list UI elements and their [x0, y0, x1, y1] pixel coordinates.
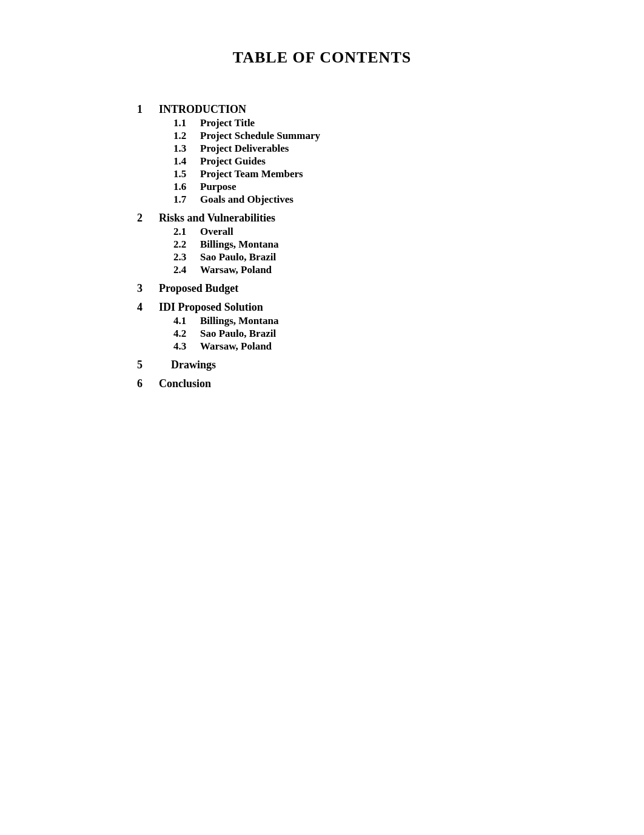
toc-main-label: Proposed Budget [159, 282, 238, 295]
toc-sub-label: Purpose [200, 181, 236, 193]
toc-sub-label: Sao Paulo, Brazil [200, 328, 276, 340]
toc-section: 6Conclusion [137, 377, 507, 390]
toc-sub-label: Project Schedule Summary [200, 130, 320, 142]
toc-sub-number: 4.1 [173, 315, 200, 327]
toc-sub-entry: 4.3Warsaw, Poland [137, 340, 507, 353]
toc-sub-number: 1.5 [173, 168, 200, 180]
toc-sub-label: Project Guides [200, 155, 266, 167]
toc-section: 2Risks and Vulnerabilities2.1Overall2.2B… [137, 212, 507, 276]
toc-main-number: 2 [137, 212, 159, 225]
toc-sub-number: 1.7 [173, 194, 200, 206]
toc-main-label: Risks and Vulnerabilities [159, 212, 275, 225]
toc-main-number: 6 [137, 377, 159, 390]
toc-main-label: INTRODUCTION [159, 103, 246, 116]
toc-main-entry: 3Proposed Budget [137, 282, 507, 295]
toc-sub-entry: 1.3Project Deliverables [137, 143, 507, 155]
toc-main-number: 3 [137, 282, 159, 295]
toc-container: 1INTRODUCTION1.1Project Title1.2Project … [137, 103, 507, 390]
toc-sub-entry: 2.1Overall [137, 226, 507, 238]
toc-main-label: IDI Proposed Solution [159, 301, 263, 314]
toc-sub-label: Billings, Montana [200, 315, 278, 327]
toc-section: 1INTRODUCTION1.1Project Title1.2Project … [137, 103, 507, 206]
toc-sub-label: Project Team Members [200, 168, 303, 180]
toc-sub-number: 2.3 [173, 251, 200, 263]
toc-sub-label: Sao Paulo, Brazil [200, 251, 276, 263]
toc-sub-number: 2.1 [173, 226, 200, 238]
toc-sub-number: 1.1 [173, 117, 200, 129]
toc-main-number: 1 [137, 103, 159, 116]
toc-sub-entry: 2.3Sao Paulo, Brazil [137, 251, 507, 263]
toc-sub-entry: 4.1Billings, Montana [137, 315, 507, 327]
toc-main-label: Conclusion [159, 377, 211, 390]
toc-sub-number: 2.4 [173, 264, 200, 276]
toc-main-entry: 4IDI Proposed Solution [137, 301, 507, 314]
toc-sub-entry: 4.2Sao Paulo, Brazil [137, 328, 507, 340]
toc-sub-entry: 1.6Purpose [137, 181, 507, 193]
toc-sub-label: Project Deliverables [200, 143, 289, 155]
toc-section: 5Drawings [137, 359, 507, 371]
toc-sub-entry: 1.1Project Title [137, 117, 507, 129]
toc-sub-label: Billings, Montana [200, 238, 278, 251]
toc-sub-number: 1.6 [173, 181, 200, 193]
toc-main-entry: 2Risks and Vulnerabilities [137, 212, 507, 225]
toc-main-number: 5 [137, 359, 159, 371]
toc-sub-label: Goals and Objectives [200, 194, 293, 206]
toc-sub-entry: 1.4Project Guides [137, 155, 507, 167]
toc-sub-label: Warsaw, Poland [200, 264, 272, 276]
toc-sub-entry: 1.2Project Schedule Summary [137, 130, 507, 142]
toc-sub-number: 1.2 [173, 130, 200, 142]
page-container: TABLE OF CONTENTS 1INTRODUCTION1.1Projec… [64, 0, 580, 835]
toc-section: 3Proposed Budget [137, 282, 507, 295]
page-title: TABLE OF CONTENTS [137, 49, 507, 67]
toc-sub-number: 4.2 [173, 328, 200, 340]
toc-main-number: 4 [137, 301, 159, 314]
toc-sub-entry: 1.5Project Team Members [137, 168, 507, 180]
toc-sub-entry: 2.4Warsaw, Poland [137, 264, 507, 276]
toc-sub-entry: 1.7Goals and Objectives [137, 194, 507, 206]
toc-sub-label: Warsaw, Poland [200, 340, 272, 353]
toc-main-label: Drawings [159, 359, 216, 371]
toc-sub-number: 1.4 [173, 155, 200, 167]
toc-main-entry: 5Drawings [137, 359, 507, 371]
toc-sub-number: 1.3 [173, 143, 200, 155]
toc-main-entry: 1INTRODUCTION [137, 103, 507, 116]
toc-sub-number: 4.3 [173, 340, 200, 353]
toc-sub-number: 2.2 [173, 238, 200, 251]
toc-sub-label: Project Title [200, 117, 255, 129]
toc-sub-entry: 2.2Billings, Montana [137, 238, 507, 251]
toc-main-entry: 6Conclusion [137, 377, 507, 390]
toc-sub-label: Overall [200, 226, 233, 238]
toc-section: 4IDI Proposed Solution4.1Billings, Monta… [137, 301, 507, 353]
